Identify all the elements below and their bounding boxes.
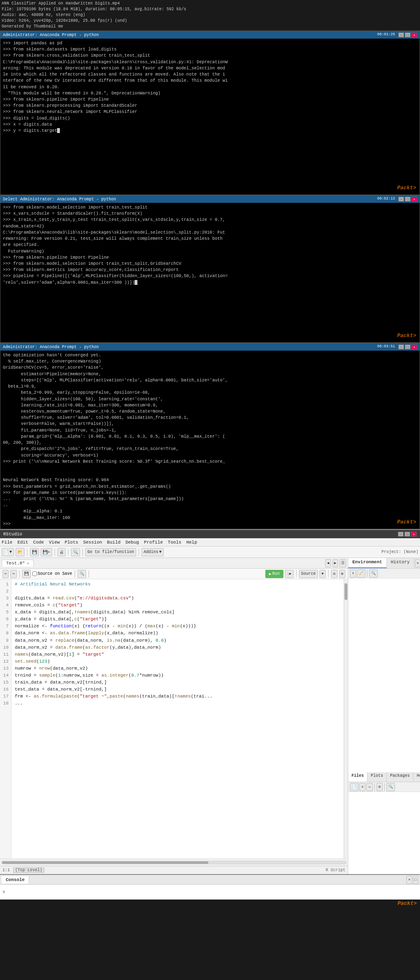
menu-session[interactable]: Session	[83, 540, 102, 545]
terminal-titlebar-3[interactable]: Administrator: Anaconda Prompt - python …	[0, 343, 420, 351]
close-btn-2[interactable]: ✕	[411, 197, 417, 202]
panel-menu-btn[interactable]: ☰	[340, 559, 346, 567]
editor-scrollbar[interactable]	[344, 579, 348, 858]
menu-debug[interactable]: Debug	[126, 540, 139, 545]
right-panel-close-btn[interactable]: ✕	[415, 559, 420, 567]
packages-tab-label: Packages	[390, 773, 410, 778]
maximize-btn-3[interactable]: □	[405, 344, 411, 349]
save-btn[interactable]: 💾	[30, 548, 39, 556]
editor-scrollbar-thumb[interactable]	[345, 583, 347, 600]
environment-toolbar: ⬇ 🧹 🔍	[348, 569, 420, 578]
maximize-btn-1[interactable]: □	[405, 32, 411, 37]
editor-hscrollbar-thumb[interactable]	[2, 861, 208, 864]
env-clear-btn[interactable]: 🧹	[357, 569, 365, 578]
terminal-window-1: Administrator: Anaconda Prompt - python …	[0, 31, 420, 195]
rstudio-max-btn[interactable]: □	[404, 532, 410, 537]
files-body	[348, 792, 420, 874]
packages-tab[interactable]: Packages	[387, 772, 413, 782]
minimize-btn-1[interactable]: ─	[398, 32, 404, 37]
console-controls: ✕ □	[406, 876, 418, 884]
panel-left-btn[interactable]: ◀	[325, 559, 331, 567]
history-tab[interactable]: History	[387, 558, 414, 568]
toolbar-sep-5	[139, 549, 139, 556]
files-new-btn[interactable]: 📄	[350, 783, 358, 791]
open-file-btn[interactable]: 📂	[16, 548, 25, 556]
addins-btn[interactable]: Addins ▼	[142, 548, 164, 556]
menu-build[interactable]: Build	[107, 540, 121, 545]
files-sep-1	[374, 783, 375, 791]
video-title: ANN Classifier Applied on Handwritten Di…	[2, 1, 418, 7]
menu-code[interactable]: Code	[33, 540, 44, 545]
project-label: Project: (None)	[381, 550, 418, 554]
terminal-body-2: >>> from sklearn.model_selection import …	[0, 203, 420, 342]
find-btn[interactable]: 🔍	[71, 548, 80, 556]
top-level-label[interactable]: (Top Level)	[13, 868, 44, 873]
new-file-btn[interactable]: 📄 ▼	[2, 548, 14, 556]
inner-sep-2	[75, 570, 75, 578]
console-tab[interactable]: Console	[2, 876, 29, 884]
files-gear-btn[interactable]: ⚙	[377, 783, 383, 791]
print-btn[interactable]: 🖨	[57, 548, 66, 556]
panel-expand-btn[interactable]: ⊞	[339, 570, 345, 578]
menu-file[interactable]: File	[2, 540, 12, 545]
panel-collapse-btn[interactable]: ⊟	[331, 570, 337, 578]
rstudio-close-btn[interactable]: ✕	[411, 532, 417, 537]
files-search-btn[interactable]: 🔍	[386, 783, 395, 791]
panel-right-btn[interactable]: ▶	[333, 559, 338, 567]
tab-close-icon[interactable]: ✕	[27, 561, 29, 566]
files-tab[interactable]: Files	[348, 772, 368, 782]
packt-watermark-1: Packt>	[397, 184, 416, 192]
source-on-save-check[interactable]	[32, 571, 37, 576]
help-tab[interactable]: He...	[413, 772, 420, 782]
files-tab-label: Files	[352, 773, 364, 778]
close-btn-3[interactable]: ✕	[411, 344, 417, 349]
editor-tab-test-r[interactable]: Test.R* ✕	[2, 560, 34, 567]
history-tab-label: History	[391, 560, 410, 565]
inner-sep-4	[296, 570, 297, 577]
console-expand-btn[interactable]: □	[413, 876, 418, 884]
files-rename-btn[interactable]: ✏	[366, 783, 372, 791]
rstudio-min-btn[interactable]: ─	[398, 532, 404, 537]
code-line-12: set.seed(123)	[15, 658, 340, 665]
menu-edit[interactable]: Edit	[17, 540, 28, 545]
minimize-btn-2[interactable]: ─	[398, 197, 404, 202]
close-btn-1[interactable]: ✕	[411, 32, 417, 37]
maximize-btn-2[interactable]: □	[405, 197, 411, 202]
status-left: 1:1 (Top Level)	[2, 868, 44, 873]
inner-sep-5	[328, 570, 329, 577]
save-editor-btn[interactable]: 💾	[22, 570, 31, 578]
editor-panel: Test.R* ✕ ◀ ▶ ☰ ↩ ↪ 💾 Source on Save	[0, 558, 348, 874]
run-next-btn[interactable]: ↓▶	[285, 570, 294, 578]
console-close-btn[interactable]: ✕	[406, 876, 412, 884]
menu-help[interactable]: Help	[186, 540, 197, 545]
menu-profile[interactable]: Profile	[144, 540, 163, 545]
menu-tools[interactable]: Tools	[168, 540, 181, 545]
rstudio-packt-area: Packt>	[0, 900, 420, 907]
source-btn[interactable]: Source	[299, 570, 318, 578]
run-label: Run	[272, 571, 280, 576]
minimize-btn-3[interactable]: ─	[398, 344, 404, 349]
source-chevron-btn[interactable]: ▼	[320, 570, 326, 578]
plots-tab[interactable]: Plots	[368, 772, 387, 782]
menu-plots[interactable]: Plots	[65, 540, 78, 545]
env-search-btn[interactable]: 🔍	[369, 569, 378, 578]
terminal-content-2: >>> from sklearn.model_selection import …	[3, 204, 417, 286]
environment-tab[interactable]: Environment	[348, 558, 387, 568]
save-all-btn[interactable]: 💾+	[41, 548, 52, 556]
redo-btn[interactable]: ↪	[10, 570, 16, 578]
files-delete-btn[interactable]: ✕	[359, 783, 365, 791]
code-line-7: normalize <- function(x) {return((x - mi…	[15, 623, 340, 630]
go-to-file-btn[interactable]: Go to file/function	[85, 548, 136, 556]
run-btn[interactable]: ▶ Run	[265, 570, 283, 578]
code-area[interactable]: # Artificial Neural Networks digits_data…	[11, 579, 344, 858]
terminal-titlebar-1[interactable]: Administrator: Anaconda Prompt - python …	[0, 31, 420, 39]
code-line-11: names(data_norm_v2)[1] = "target"	[15, 651, 340, 658]
editor-hscrollbar-track[interactable]	[2, 861, 346, 864]
menu-view[interactable]: View	[49, 540, 59, 545]
search-editor-btn[interactable]: 🔍	[78, 570, 86, 578]
terminal-title-1: Administrator: Anaconda Prompt - python	[3, 33, 99, 37]
undo-btn[interactable]: ↩	[2, 570, 9, 578]
addins-label: Addins	[144, 550, 158, 554]
terminal-titlebar-2[interactable]: Select Administrator: Anaconda Prompt - …	[0, 195, 420, 203]
env-import-btn[interactable]: ⬇	[350, 569, 356, 578]
